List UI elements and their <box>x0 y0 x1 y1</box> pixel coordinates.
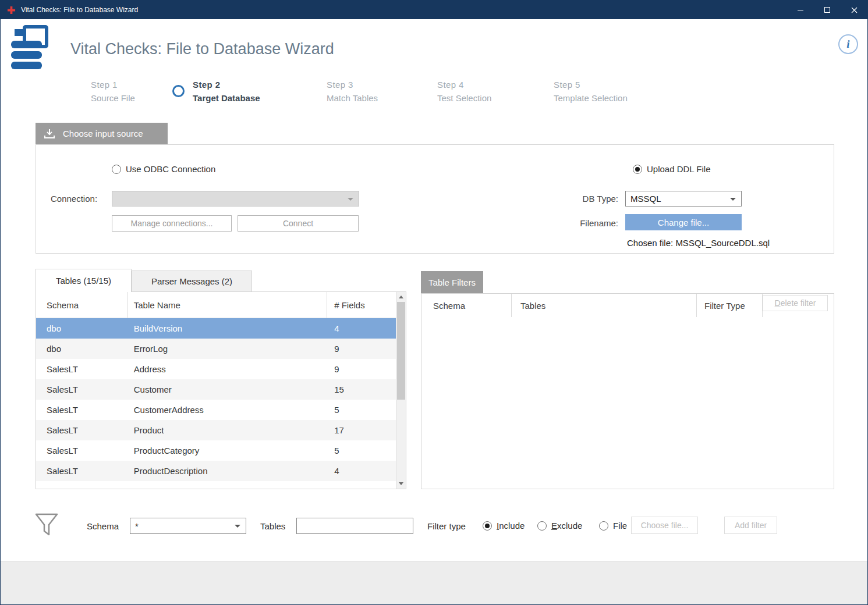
scroll-down-icon[interactable] <box>396 479 406 489</box>
column-header-table-name[interactable]: Table Name <box>128 292 327 318</box>
filename-label: Filename: <box>509 218 618 228</box>
cell-fields: 17 <box>327 420 396 440</box>
table-row[interactable]: dbo ErrorLog 9 <box>36 339 396 359</box>
column-header-schema[interactable]: Schema <box>421 294 512 317</box>
chevron-down-icon <box>235 525 240 528</box>
tab-parser-messages[interactable]: Parser Messages (2) <box>132 271 252 292</box>
table-filters-panel: Schema Tables Filter Type Delete filter <box>421 293 834 489</box>
db-type-select[interactable]: MSSQL <box>625 191 742 207</box>
filter-tables-input[interactable] <box>296 518 413 534</box>
step-3-match-tables: Step 3 Match Tables <box>327 80 378 103</box>
delete-filter-button[interactable]: Delete filter <box>763 295 828 311</box>
maximize-icon <box>824 7 830 13</box>
odbc-radio-label: Use ODBC Connection <box>126 164 215 174</box>
table-row[interactable]: SalesLT ProductCategory 5 <box>36 440 396 461</box>
odbc-connection-option: Use ODBC Connection <box>112 164 215 174</box>
choose-file-label: Choose file... <box>641 521 689 530</box>
chevron-down-icon <box>348 198 353 201</box>
download-icon <box>44 129 55 139</box>
filter-schema-select[interactable]: * <box>130 518 246 534</box>
tab-tables[interactable]: Tables (15/15) <box>36 269 132 292</box>
tables-grid: Schema Table Name # Fields dbo BuildVers… <box>36 291 406 489</box>
step-number: Step 2 <box>193 80 260 90</box>
filter-type-label: Filter type <box>427 521 466 531</box>
upload-ddl-option: Upload DDL File <box>633 164 711 174</box>
choose-file-button[interactable]: Choose file... <box>631 517 698 534</box>
table-row[interactable]: SalesLT CustomerAddress 5 <box>36 400 396 420</box>
connect-label: Connect <box>283 219 313 228</box>
step-label: Source File <box>91 93 135 103</box>
table-filters-header: Table Filters <box>421 271 483 293</box>
change-file-label: Change file... <box>658 218 709 227</box>
app-icon <box>7 6 16 15</box>
cell-table-name: ProductDescription <box>128 461 327 481</box>
step-5-template-selection: Step 5 Template Selection <box>554 80 628 103</box>
column-header-filter-type[interactable]: Filter Type <box>697 294 763 317</box>
titlebar: Vital Checks: File to Database Wizard <box>1 1 867 19</box>
cell-table-name: ErrorLog <box>128 339 327 359</box>
connect-button[interactable]: Connect <box>238 215 359 232</box>
table-filters-header-label: Table Filters <box>428 277 476 287</box>
cell-fields: 9 <box>327 339 396 359</box>
upload-ddl-radio[interactable] <box>633 165 642 174</box>
table-row[interactable]: SalesLT ProductDescription 4 <box>36 461 396 481</box>
cell-table-name: CustomerAddress <box>128 400 327 420</box>
input-source-header: Choose input source <box>36 123 168 144</box>
add-filter-button[interactable]: Add filter <box>724 517 777 534</box>
cell-schema: SalesLT <box>36 359 128 379</box>
exclude-radio[interactable] <box>537 521 547 531</box>
include-radio[interactable] <box>483 521 492 531</box>
cell-fields: 5 <box>327 440 396 461</box>
connection-select[interactable] <box>112 191 359 207</box>
step-number: Step 5 <box>554 80 628 90</box>
db-type-value: MSSQL <box>630 194 661 204</box>
maximize-button[interactable] <box>814 1 841 19</box>
minimize-button[interactable] <box>787 1 814 19</box>
column-header-fields[interactable]: # Fields <box>327 292 396 318</box>
cell-table-name: Customer <box>128 379 327 400</box>
manage-connections-label: Manage connections... <box>131 219 213 228</box>
step-label: Target Database <box>193 93 260 103</box>
cell-fields: 9 <box>327 359 396 379</box>
table-row[interactable]: SalesLT Address 9 <box>36 359 396 379</box>
info-icon[interactable]: i <box>838 34 858 54</box>
cell-table-name: ProductCategory <box>128 440 327 461</box>
table-row[interactable]: SalesLT Customer 15 <box>36 379 396 400</box>
wizard-window: Vital Checks: File to Database Wizard Vi… <box>0 0 868 605</box>
cell-fields: 4 <box>327 318 396 339</box>
cell-schema: dbo <box>36 318 128 339</box>
cell-fields: 15 <box>327 379 396 400</box>
file-radio[interactable] <box>599 521 608 531</box>
add-filter-label: Add filter <box>735 521 767 530</box>
column-header-schema[interactable]: Schema <box>36 292 128 318</box>
close-icon <box>851 7 858 13</box>
app-logo-icon <box>9 25 60 74</box>
manage-connections-button[interactable]: Manage connections... <box>112 215 232 232</box>
change-file-button[interactable]: Change file... <box>625 214 742 230</box>
cell-schema: dbo <box>36 339 128 359</box>
chevron-down-icon <box>730 198 736 201</box>
input-source-panel: Use ODBC Connection Connection: Manage c… <box>36 144 834 254</box>
minimize-icon <box>798 10 803 10</box>
cell-fields: 4 <box>327 461 396 481</box>
table-row[interactable]: SalesLT Product 17 <box>36 420 396 440</box>
tab-tables-label: Tables (15/15) <box>56 276 111 286</box>
step-label: Template Selection <box>554 93 628 103</box>
cell-table-name: Product <box>128 420 327 440</box>
current-step-circle-icon <box>172 85 185 97</box>
cell-schema: SalesLT <box>36 420 128 440</box>
table-row[interactable]: dbo BuildVersion 4 <box>36 318 396 339</box>
step-label: Match Tables <box>327 93 378 103</box>
connection-label: Connection: <box>51 194 97 204</box>
step-4-test-selection: Step 4 Test Selection <box>437 80 491 103</box>
column-header-tables[interactable]: Tables <box>512 294 697 317</box>
tables-scrollbar[interactable] <box>396 292 406 489</box>
close-button[interactable] <box>841 1 867 19</box>
odbc-radio[interactable] <box>112 165 121 174</box>
step-2-target-database: Step 2 Target Database <box>193 80 260 103</box>
scroll-up-icon[interactable] <box>396 292 406 302</box>
filter-schema-label: Schema <box>87 521 119 531</box>
scrollbar-thumb[interactable] <box>397 302 405 400</box>
cell-table-name: BuildVersion <box>128 318 327 339</box>
window-title: Vital Checks: File to Database Wizard <box>21 6 138 14</box>
